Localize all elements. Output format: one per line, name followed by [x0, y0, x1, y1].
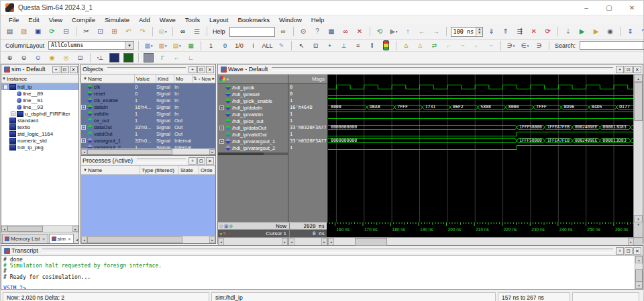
- close-icon[interactable]: ✕: [68, 236, 71, 241]
- panel-undock-button[interactable]: ⊡: [625, 66, 633, 73]
- objects-column-kind[interactable]: Kind: [156, 75, 174, 83]
- scroll-up-button[interactable]: ▴: [635, 256, 643, 263]
- menu-edit[interactable]: Edit: [23, 16, 44, 24]
- objects-hscrollbar[interactable]: ◂ ▸: [81, 148, 215, 155]
- objects-column-value[interactable]: Value: [135, 75, 156, 83]
- transcript-text[interactable]: # done# Simulation halt requested by for…: [1, 256, 635, 289]
- environment-button[interactable]: ▶▾: [388, 26, 400, 38]
- processes-column-state[interactable]: State: [179, 166, 199, 174]
- objects-column-mo[interactable]: Mo: [174, 75, 193, 83]
- tree-item-line__89[interactable]: line__89: [1, 90, 78, 97]
- tree-item-numeric_std[interactable]: numeric_std: [1, 137, 78, 144]
- panel-undock-button[interactable]: ⊡: [61, 66, 69, 73]
- wave-signal-clk_enable[interactable]: /hdl_ip/clk_enable: [218, 97, 288, 104]
- scroll-thumb[interactable]: [635, 269, 643, 282]
- menu-layout[interactable]: Layout: [205, 16, 233, 24]
- cut-button[interactable]: ✂: [80, 26, 93, 38]
- add-to-list-button[interactable]: ▥▾: [156, 40, 169, 51]
- print-button[interactable]: ⊟: [60, 26, 72, 38]
- wave-names-hscrollbar[interactable]: [218, 153, 288, 155]
- object-row-dataOut[interactable]: +dataOut33'h0...SignalOut: [81, 124, 215, 130]
- wave-window-icon[interactable]: ▣: [224, 224, 229, 228]
- tree-expander-icon[interactable]: −: [3, 85, 8, 89]
- memory-grid-button[interactable]: ▦: [325, 26, 338, 38]
- wave-signal-varargout_2[interactable]: /hdl_ip/varargout_2: [218, 144, 288, 151]
- tree-item-hdl_ip[interactable]: −hdl_ip: [1, 83, 78, 90]
- zoom-in-button[interactable]: ⊕: [3, 52, 16, 63]
- minimize-button[interactable]: –: [575, 1, 598, 15]
- wave-vscrollbar[interactable]: ▴ ▾: [633, 75, 643, 222]
- panel-close-button[interactable]: ✕: [70, 66, 78, 73]
- force-all-button[interactable]: ALL: [261, 40, 274, 51]
- run-length-spinner[interactable]: 100 ns▲▼: [451, 27, 484, 37]
- tree-item-standard[interactable]: standard: [1, 117, 78, 124]
- step-button[interactable]: ⇣: [561, 26, 574, 38]
- wave-lock-icon[interactable]: ●: [219, 231, 222, 236]
- object-row-clk[interactable]: clk0SignalIn: [81, 83, 215, 90]
- object-row-varargout_2[interactable]: varargout_21SignalInternal: [81, 144, 215, 148]
- expand-icon[interactable]: +: [219, 126, 224, 130]
- processes-column-orde[interactable]: Orde: [199, 166, 215, 174]
- find-next-fall-button[interactable]: ∟: [184, 52, 197, 63]
- scroll-thumb[interactable]: [7, 226, 43, 232]
- zoom-in-active-cursor-button[interactable]: ◉: [46, 52, 58, 63]
- timeline-ruler[interactable]: 160 ns170 ns180 ns190 ns200 ns210 ns220 …: [327, 222, 633, 237]
- scroll-up-button[interactable]: ▴: [634, 75, 643, 82]
- wave-msgs-header[interactable]: Msgs: [288, 75, 327, 84]
- break-button[interactable]: ✕: [527, 26, 540, 38]
- env-back-button[interactable]: ←: [416, 26, 429, 38]
- names-mini-hscrollbar[interactable]: ◂ ▸: [218, 238, 288, 246]
- insert-cursor-button[interactable]: ⊥: [94, 52, 107, 63]
- expand-icon[interactable]: +: [81, 138, 86, 143]
- tree-item-textio[interactable]: textio: [1, 124, 78, 130]
- wave-time-icon[interactable]: ⊙: [219, 224, 223, 228]
- help-doc-button[interactable]: ?: [311, 26, 324, 38]
- menu-file[interactable]: File: [4, 16, 23, 24]
- stop-restart-button[interactable]: ⟳: [541, 26, 554, 38]
- close-button[interactable]: ✕: [621, 1, 643, 15]
- scroll-thumb[interactable]: [634, 82, 643, 121]
- env-forward-button[interactable]: →: [430, 26, 443, 38]
- scroll-right-button[interactable]: ▸: [209, 149, 215, 155]
- scroll-thumb[interactable]: [87, 236, 182, 243]
- tree-item-hdl_ip_pkg[interactable]: hdl_ip_pkg: [1, 144, 78, 150]
- tree-item-std_logic_1164[interactable]: std_logic_1164: [1, 130, 78, 137]
- object-row-validIn[interactable]: validIn1SignalIn: [81, 110, 215, 117]
- menu-window[interactable]: Window: [274, 16, 307, 24]
- wave-signal-dataIn[interactable]: +/hdl_ip/dataIn: [218, 104, 288, 111]
- add-to-dataflow-button[interactable]: ▤▾: [170, 40, 183, 51]
- zoom-between-cursors-button[interactable]: ◎: [60, 52, 72, 63]
- zoom-range-button[interactable]: ⊡: [74, 52, 87, 63]
- force-toggle-button[interactable]: 1/0: [233, 40, 246, 51]
- step-time-button[interactable]: ∋: [533, 40, 545, 51]
- add-selected-button[interactable]: ◎▾: [156, 26, 169, 38]
- force-0-button[interactable]: 0: [219, 40, 231, 51]
- panel-close-button[interactable]: ✕: [633, 66, 641, 73]
- scroll-right-button[interactable]: ▸: [209, 236, 215, 243]
- find-button[interactable]: ∞: [176, 26, 189, 38]
- zoom-full-button[interactable]: ⊙: [32, 52, 44, 63]
- expand-icon[interactable]: +: [81, 125, 86, 130]
- next-transition-button[interactable]: ¬: [456, 40, 469, 51]
- menu-compile[interactable]: Compile: [67, 16, 100, 24]
- menu-simulate[interactable]: Simulate: [100, 16, 134, 24]
- panel-dock-button[interactable]: +: [189, 157, 197, 165]
- menu-wave[interactable]: Wave: [155, 16, 180, 24]
- wave-signal-validIn[interactable]: /hdl_ip/validIn: [218, 111, 288, 118]
- copy-button[interactable]: ⊡: [94, 26, 107, 38]
- expand-icon[interactable]: +: [219, 139, 224, 144]
- scroll-thumb[interactable]: [218, 153, 264, 155]
- continue-run-button[interactable]: ⇑: [499, 26, 512, 38]
- wave-signal-clk[interactable]: /hdl_ip/clk: [218, 84, 288, 91]
- menu-tools[interactable]: Tools: [180, 16, 205, 24]
- chevron-down-icon[interactable]: ▼: [125, 42, 133, 49]
- filter-threshold-icon[interactable]: ⇅: [193, 76, 197, 81]
- panel-close-button[interactable]: ✕: [206, 157, 214, 165]
- grid-settings-button[interactable]: [142, 52, 155, 63]
- force-1-button[interactable]: 1: [205, 40, 217, 51]
- open-button[interactable]: ▨: [17, 26, 30, 38]
- paste-button[interactable]: ⊞: [108, 26, 121, 38]
- stop-drawing-button[interactable]: [380, 40, 392, 51]
- panel-dock-button[interactable]: +: [616, 247, 624, 255]
- combine-signals-button[interactable]: Δ: [400, 40, 413, 51]
